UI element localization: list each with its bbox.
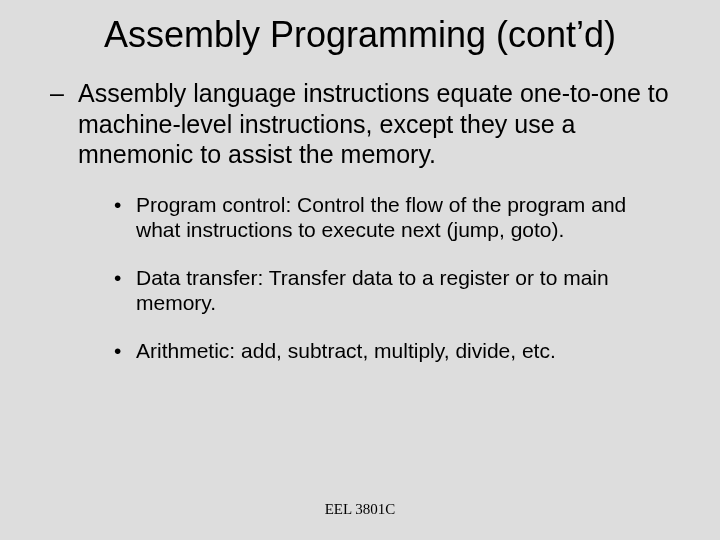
sub-bullet: • Data transfer: Transfer data to a regi… (114, 265, 670, 316)
bullet-marker: • (114, 265, 136, 316)
slide-footer: EEL 3801C (0, 501, 720, 518)
slide: Assembly Programming (cont’d) – Assembly… (0, 0, 720, 540)
slide-title: Assembly Programming (cont’d) (0, 0, 720, 60)
dash-marker: – (50, 78, 78, 170)
bullet-marker: • (114, 192, 136, 243)
sub-bullet: • Arithmetic: add, subtract, multiply, d… (114, 338, 670, 364)
sub-bullet-text: Data transfer: Transfer data to a regist… (136, 265, 670, 316)
main-bullet: – Assembly language instructions equate … (50, 78, 670, 170)
sub-bullet-text: Arithmetic: add, subtract, multiply, div… (136, 338, 670, 364)
bullet-marker: • (114, 338, 136, 364)
sub-bullet-group: • Program control: Control the flow of t… (50, 192, 670, 364)
slide-body: – Assembly language instructions equate … (0, 78, 720, 364)
sub-bullet: • Program control: Control the flow of t… (114, 192, 670, 243)
main-bullet-text: Assembly language instructions equate on… (78, 78, 670, 170)
sub-bullet-text: Program control: Control the flow of the… (136, 192, 670, 243)
